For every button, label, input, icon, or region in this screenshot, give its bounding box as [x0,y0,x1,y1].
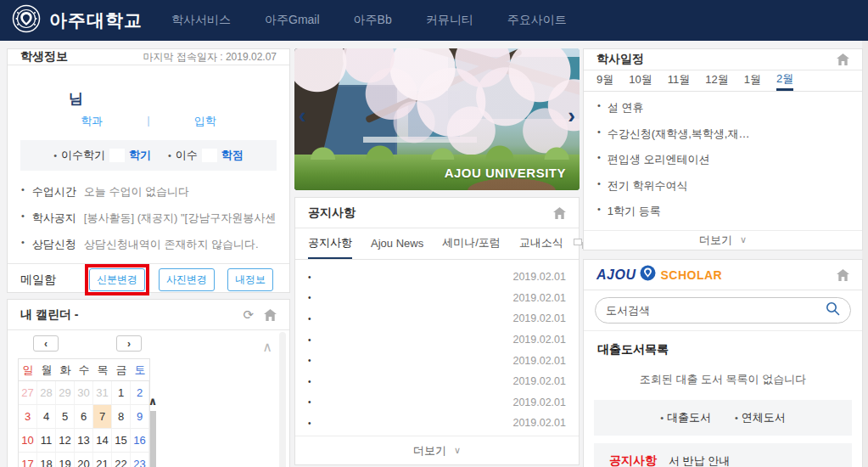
student-quick-row[interactable]: • 학사공지 [봉사활동] (재공지) "[강남구자원봉사센터]… [21,211,276,226]
chevron-down-icon: ∨ [740,234,747,245]
calendar-day[interactable]: 19 [56,453,75,467]
notice-item[interactable]: • 2019.02.01 [308,371,566,392]
calendar-day[interactable]: 4 [37,405,56,429]
calendar-scrollbar[interactable]: ∧ [147,395,159,467]
calendar-day[interactable]: 31 [93,381,112,405]
nav-item[interactable]: 아주Bb [354,13,392,28]
library-notice-row[interactable]: 공지사항 서 반납 안내 [594,443,852,467]
calendar-day[interactable]: 6 [75,405,93,429]
student-quick-rows: • 수업시간 오늘 수업이 없습니다 • 학사공지 [봉사활동] (재공지) "… [8,171,289,252]
calendar-next-button[interactable]: › [116,335,142,352]
schedule-item[interactable]: • 1학기 등록 [597,204,848,219]
bullet-icon: • [597,127,601,142]
profile-action-button[interactable]: 사진변경 [159,268,215,291]
notice-item[interactable]: • 2019.02.01 [308,329,566,351]
schedule-item[interactable]: • 수강신청(재학생,복학생,재… [597,127,848,142]
panel-scroll-up-icon[interactable]: ∧ [262,339,272,355]
notice-item[interactable]: • 2019.02.01 [308,288,566,309]
page-scroll-track[interactable] [862,41,868,467]
month-tab[interactable]: 2월 [776,70,793,92]
notice-item[interactable]: • 2019.02.01 [308,392,566,414]
brand[interactable]: 아주대학교 [12,4,143,37]
home-icon[interactable] [553,207,566,219]
notice-item[interactable]: • 2019.02.01 [308,350,566,371]
profile-action-button[interactable]: 신분변경 [89,268,145,291]
notice-item[interactable]: • 2019.02.01 [308,267,566,288]
schedule-item[interactable]: • 설 연휴 [597,100,848,115]
nav-item[interactable]: 주요사이트 [507,13,567,28]
calendar-day[interactable]: 1 [112,381,131,405]
student-quick-row[interactable]: • 상담신청 상담신청내역이 존재하지 않습니다. [21,237,276,252]
nav-item[interactable]: 학사서비스 [171,13,231,28]
notice-more-button[interactable]: 더보기 ∨ [295,436,579,464]
calendar-day[interactable]: 13 [75,429,93,453]
month-tab[interactable]: 12월 [705,70,728,92]
ajou-scholar-logo[interactable]: AJOU SCHOLAR [596,265,722,284]
nav-item[interactable]: 커뮤니티 [426,13,473,28]
calendar-day[interactable]: 10 [19,429,37,453]
scroll-up-icon[interactable]: ∧ [147,395,159,408]
notice-tab[interactable]: Ajou News [371,228,423,259]
month-tab[interactable]: 9월 [596,70,613,92]
calendar-day[interactable]: 7 [93,405,112,429]
calendar-day[interactable]: 5 [56,405,75,429]
loan-link[interactable]: • 대출도서 [660,410,711,425]
home-icon[interactable] [837,53,849,65]
notice-item[interactable]: • 2019.02.01 [308,413,566,434]
banner-next-icon[interactable]: › [568,104,575,127]
notice-tab[interactable]: 교내소식 [519,228,563,259]
calendar-day[interactable]: 11 [37,429,56,453]
calendar-day[interactable]: 28 [37,381,56,405]
notice-tab[interactable]: 세미나/포럼 [442,228,501,259]
schedule-item[interactable]: • 편입생 오리엔테이션 [597,152,848,167]
calendar-day[interactable]: 15 [112,429,131,453]
schedule-title: 학사일정 [596,52,644,67]
bullet-icon: • [735,413,738,423]
bullet-icon: • [597,204,601,219]
calendar-day[interactable]: 8 [112,405,131,429]
calendar-day[interactable]: 30 [75,381,93,405]
notice-tab[interactable]: 공지사항 [308,228,352,259]
admission-label: 입학 [194,114,216,129]
schedule-item-text: 전기 학위수여식 [608,178,688,194]
calendar-day[interactable]: 27 [19,381,37,405]
schedule-item[interactable]: • 전기 학위수여식 [597,178,848,194]
last-access-date: 2019.02.07 [226,51,277,63]
loan-empty-message: 조회된 대출 도서 목록이 없습니다 [584,372,862,387]
calendar-day[interactable]: 29 [56,381,75,405]
calendar-day[interactable]: 18 [37,453,56,467]
notice-tabs: 공지사항Ajou News세미나/포럼교내소식 [295,228,579,260]
bullet-icon: • [21,184,25,200]
banner-prev-icon[interactable]: ‹ [299,104,306,127]
semester-label: 이수학기 [61,148,105,163]
button-highlight-box: 내정보 [224,265,277,295]
month-tab[interactable]: 1월 [744,70,761,92]
calendar-day[interactable]: 14 [93,429,112,453]
profile-action-button[interactable]: 내정보 [227,268,273,291]
book-search-input[interactable] [606,304,826,317]
notice-item[interactable]: • 2019.02.01 [308,308,566,329]
home-icon[interactable] [837,269,849,281]
my-calendar-panel: 내 캘린더 - ⟳ ‹ › 일월화수목금토 [7,299,290,467]
home-icon[interactable] [264,309,277,321]
month-tab[interactable]: 10월 [629,70,652,92]
student-quick-row[interactable]: • 수업시간 오늘 수업이 없습니다 [21,184,276,200]
library-scholar-panel: AJOU SCHOLAR [583,259,863,467]
loan-link[interactable]: • 연체도서 [735,410,786,425]
logo-scholar-text: SCHOLAR [660,268,722,282]
nav-item[interactable]: 아주Gmail [265,13,320,28]
mailbox-label[interactable]: 메일함 [20,273,56,288]
calendar-day[interactable]: 12 [56,429,75,453]
calendar-day[interactable]: 3 [19,405,37,429]
calendar-prev-button[interactable]: ‹ [33,335,59,352]
calendar-day[interactable]: 17 [19,453,37,467]
calendar-day[interactable]: 21 [93,453,112,467]
scrollbar-thumb[interactable] [150,411,156,467]
calendar-day[interactable]: 22 [112,453,131,467]
month-tab[interactable]: 11월 [668,70,691,92]
calendar-side-scroll-track[interactable] [279,332,286,467]
search-icon[interactable] [826,301,840,319]
schedule-more-button[interactable]: 더보기 ∨ [584,230,862,250]
refresh-icon[interactable]: ⟳ [243,308,254,321]
calendar-day[interactable]: 20 [75,453,93,467]
